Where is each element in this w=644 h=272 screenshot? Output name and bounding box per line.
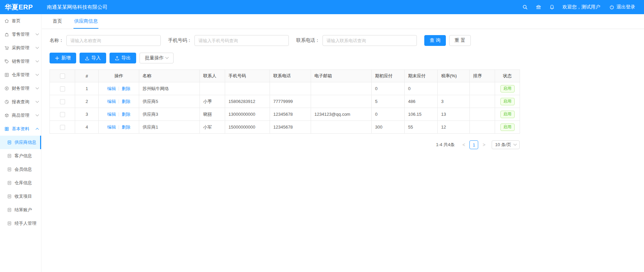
column-header-index: # <box>75 70 99 82</box>
search-button[interactable]: 查 询 <box>424 35 446 46</box>
main-area: 首页供应商信息 名称： 手机号码： 联系电话： 查 询 重 置 新增 <box>42 14 644 272</box>
cell-mobile: 15000000000 <box>225 121 270 134</box>
name-filter-input[interactable] <box>66 35 161 46</box>
export-button[interactable]: 导出 <box>110 53 136 63</box>
bank-icon[interactable] <box>533 2 544 12</box>
report-icon <box>4 100 9 104</box>
cell-contact: 小季 <box>200 95 225 108</box>
prev-page-button[interactable]: < <box>459 140 468 149</box>
delete-link[interactable]: 删除 <box>122 99 130 104</box>
chevron-down-icon <box>36 72 39 76</box>
column-header-name: 名称 <box>139 70 200 82</box>
cell-tax: 12 <box>438 121 470 134</box>
sidebar-subitem-inout-item[interactable]: 收支项目 <box>0 190 41 203</box>
column-header-email: 电子邮箱 <box>311 70 372 82</box>
search-icon[interactable] <box>520 2 530 12</box>
retail-icon <box>4 32 9 37</box>
doc-icon <box>7 208 12 212</box>
app-logo: 华夏ERP <box>0 3 41 12</box>
tel-filter-input[interactable] <box>323 35 417 46</box>
sidebar-item-report[interactable]: 报表查询 <box>0 95 41 109</box>
cell-index: 4 <box>75 121 99 134</box>
cell-tax: 13 <box>438 108 470 121</box>
welcome-user[interactable]: 欢迎您，测试用户 <box>562 4 600 10</box>
sales-icon <box>4 59 9 64</box>
current-page-button[interactable]: 1 <box>469 140 478 149</box>
table-row: 3编辑删除供应商3晓丽13000000000123456781234123@qq… <box>50 108 520 121</box>
doc-icon <box>7 140 12 145</box>
pagination-summary: 1-4 共4条 <box>436 142 455 148</box>
sidebar-item-label: 仓库管理 <box>12 72 36 78</box>
sidebar-subitem-label: 供应商信息 <box>14 139 37 145</box>
table-row: 2编辑删除供应商5小季158062839127777999954863启用 <box>50 95 520 108</box>
cell-email: 1234123@qq.com <box>311 108 372 121</box>
import-button-label: 导入 <box>91 55 101 61</box>
logout-icon <box>609 4 614 10</box>
cell-name: 供应商1 <box>139 121 200 134</box>
row-checkbox[interactable] <box>60 86 65 91</box>
sidebar-subitem-label: 结算账户 <box>14 207 38 213</box>
edit-link[interactable]: 编辑 <box>107 112 116 117</box>
next-page-button[interactable]: > <box>480 140 488 149</box>
sidebar-item-label: 财务管理 <box>12 85 36 91</box>
page-size-select[interactable]: 10 条/页 <box>492 140 520 149</box>
cell-name: 供应商3 <box>139 108 200 121</box>
sidebar-item-label: 基本资料 <box>12 126 36 132</box>
logout-button[interactable]: 退出登录 <box>609 4 635 10</box>
row-checkbox[interactable] <box>60 112 65 117</box>
row-checkbox[interactable] <box>60 125 65 130</box>
divider <box>119 112 119 116</box>
cell-name: 供应商5 <box>139 95 200 108</box>
cell-end_amount: 0 <box>405 82 438 95</box>
divider <box>119 87 119 91</box>
sidebar-item-label: 报表查询 <box>12 99 36 105</box>
export-button-label: 导出 <box>121 55 131 61</box>
sidebar-subitem-supplier[interactable]: 供应商信息 <box>0 136 41 149</box>
edit-link[interactable]: 编辑 <box>107 125 116 130</box>
select-all-checkbox[interactable] <box>60 74 65 79</box>
row-checkbox[interactable] <box>60 99 65 104</box>
sidebar-item-finance[interactable]: 财务管理 <box>0 82 41 95</box>
delete-link[interactable]: 删除 <box>122 125 130 130</box>
column-header-end_amount: 期末应付 <box>405 70 438 82</box>
doc-icon <box>7 221 12 226</box>
sidebar-subitem-handler[interactable]: 经手人管理 <box>0 217 41 230</box>
delete-link[interactable]: 删除 <box>122 112 130 117</box>
sidebar-item-home[interactable]: 首页 <box>0 14 41 28</box>
pagination: 1-4 共4条 < 1 > 10 条/页 <box>50 140 520 149</box>
column-header-status: 状态 <box>495 70 520 82</box>
batch-actions-button[interactable]: 批量操作 <box>140 53 174 63</box>
bell-icon[interactable] <box>547 2 557 12</box>
sidebar-subitem-member[interactable]: 会员信息 <box>0 163 41 176</box>
sidebar-subitem-depot[interactable]: 仓库信息 <box>0 176 41 190</box>
import-button[interactable]: 导入 <box>80 53 106 63</box>
cell-contact: 晓丽 <box>200 108 225 121</box>
add-button[interactable]: 新增 <box>50 53 76 63</box>
home-icon <box>4 19 9 23</box>
sidebar-item-goods[interactable]: 商品管理 <box>0 109 41 122</box>
mobile-filter-input[interactable] <box>194 35 289 46</box>
plus-icon <box>55 56 59 60</box>
chevron-down-icon <box>36 113 39 116</box>
tab-home[interactable]: 首页 <box>52 14 63 29</box>
sidebar-item-warehouse[interactable]: 仓库管理 <box>0 68 41 82</box>
cell-tax <box>438 82 470 95</box>
sidebar-subitem-customer[interactable]: 客户信息 <box>0 149 41 163</box>
sidebar-subitem-account[interactable]: 结算账户 <box>0 203 41 217</box>
sidebar-item-sales[interactable]: 销售管理 <box>0 55 41 68</box>
edit-link[interactable]: 编辑 <box>107 86 116 91</box>
sidebar-item-basic[interactable]: 基本资料 <box>0 122 41 136</box>
delete-link[interactable]: 删除 <box>122 86 130 91</box>
chevron-down-icon <box>36 32 39 35</box>
column-header-contact: 联系人 <box>200 70 225 82</box>
sidebar-item-purchase[interactable]: 采购管理 <box>0 41 41 55</box>
reset-button[interactable]: 重 置 <box>449 35 471 46</box>
top-header: 华夏ERP 南通某某网络科技有限公司 欢迎您，测试用户 退出登录 <box>0 0 644 14</box>
company-name: 南通某某网络科技有限公司 <box>47 4 108 10</box>
edit-link[interactable]: 编辑 <box>107 99 116 104</box>
sidebar-item-retail[interactable]: 零售管理 <box>0 28 41 41</box>
doc-icon <box>7 167 12 172</box>
cell-begin_amount: 0 <box>372 108 405 121</box>
tab-supplier[interactable]: 供应商信息 <box>73 14 98 29</box>
cell-tel: 77779999 <box>270 95 311 108</box>
